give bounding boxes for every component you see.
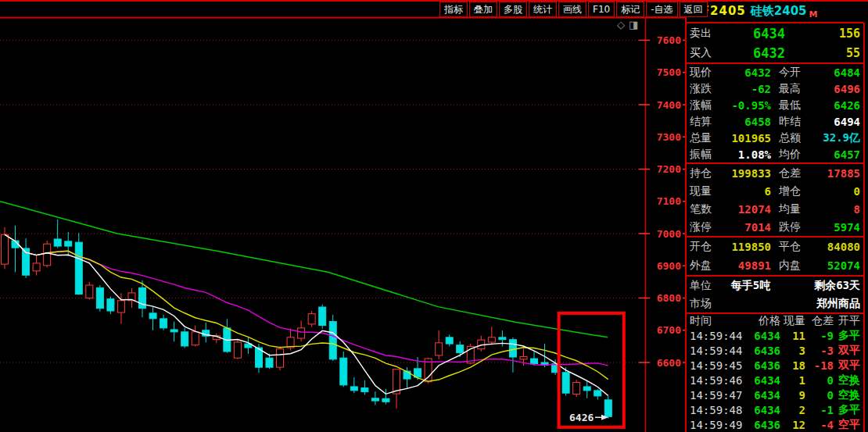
candle: [604, 396, 612, 419]
stat-label: 涨幅: [690, 98, 726, 112]
stat-value: 119850: [726, 241, 771, 253]
candle: [23, 238, 30, 278]
stat-value: 1.08%: [726, 148, 771, 161]
stat-value: 6484: [815, 66, 860, 79]
bid-ask-block: 卖出6434156买入643255: [687, 23, 863, 64]
ma5-line: [5, 234, 608, 395]
candle: [266, 354, 273, 369]
quote-row: 振幅1.08%均价6457: [687, 146, 863, 164]
candle: [75, 233, 82, 295]
toolbar-button-画线[interactable]: 画线: [558, 2, 586, 17]
stat-value: -0.95%: [726, 99, 771, 112]
quote-row: 结算6458昨结6494: [687, 113, 863, 130]
tick-row: 14:59:45643618-18双平: [687, 358, 863, 373]
tick-time: 14:59:48: [690, 404, 748, 416]
candle: [594, 389, 601, 399]
stat-label: 今开: [779, 66, 815, 80]
tick-time: 14:59:44: [690, 345, 748, 357]
tick-price: 6434: [748, 389, 780, 402]
candle: [192, 326, 199, 347]
toolbar-button-统计[interactable]: 统计: [529, 2, 557, 17]
quote-row: 涨幅-0.95%最低6426: [687, 97, 863, 113]
tick-flag: 空换: [834, 388, 860, 402]
stat-value: 101965: [726, 132, 771, 145]
tick-chg: -18: [805, 359, 834, 372]
candle: [488, 327, 495, 345]
diamond-icon[interactable]: ◇: [617, 19, 625, 30]
stat-label: 笔数: [690, 202, 726, 216]
toolbar-button-叠加[interactable]: 叠加: [469, 2, 497, 17]
candle: [12, 226, 19, 273]
tick-vol: 18: [780, 359, 805, 372]
tick-chg: -4: [805, 419, 834, 431]
toolbar-button-F10[interactable]: F10: [588, 2, 615, 17]
candle: [583, 381, 590, 398]
stat-label: 均价: [779, 148, 815, 162]
ask-row-label: 卖出: [690, 27, 726, 41]
split-page-icon[interactable]: ◨: [629, 19, 638, 30]
highlight-box: [559, 313, 624, 427]
stat-value: 剩余63天: [814, 279, 860, 293]
symbol-name: 硅铁2405: [751, 4, 807, 19]
tick-flag: 空平: [834, 418, 860, 432]
toolbar-button-标记[interactable]: 标记: [616, 2, 644, 17]
tick-vol: 3: [780, 345, 805, 357]
candle: [170, 322, 178, 342]
candle: [573, 380, 580, 397]
stat-value: 6426: [815, 99, 860, 112]
low-price-annotation: 6426: [569, 412, 608, 423]
chart-toolbar: 指标叠加多股统计画线F10标记-自选返回: [439, 2, 708, 17]
toolbar-button-多股[interactable]: 多股: [499, 2, 527, 17]
candle: [203, 323, 210, 343]
candle: [44, 241, 51, 267]
price-axis-label: 6800: [657, 292, 681, 304]
ask-row: 卖出6434156: [687, 23, 863, 43]
quote-row: 市场郑州商品: [687, 295, 863, 314]
price-axis-label: 7300: [657, 131, 681, 143]
stat-label: 外盘: [690, 259, 726, 273]
candle: [2, 227, 9, 270]
ma10-line: [5, 234, 608, 381]
toolbar-button-自选[interactable]: -自选: [646, 2, 677, 17]
tick-row: 14:59:4464363-3双平: [687, 343, 863, 358]
futures-trading-terminal: 7600750074007300720071007000690068006700…: [0, 0, 868, 432]
quote-row: 现量6增仓0: [687, 182, 863, 200]
stat-value: 每手5吨: [726, 279, 770, 293]
top-border-line: [0, 0, 868, 2]
toolbar-button-返回[interactable]: 返回: [680, 2, 708, 17]
stat-value: 17885: [815, 167, 860, 180]
candle: [436, 330, 443, 359]
tick-header: 现量: [780, 314, 805, 328]
candle: [128, 288, 135, 308]
stat-value: 12074: [726, 203, 771, 216]
tick-row: 14:59:49643612-4空平: [687, 417, 863, 432]
ask-row-price: 6434: [726, 26, 785, 41]
stat-label: 总量: [690, 131, 726, 145]
candle: [277, 346, 284, 370]
candle: [531, 352, 538, 366]
price-axis-label: 6900: [657, 260, 681, 272]
candle: [160, 315, 167, 330]
quote-row: 总量101965总额32.9亿: [687, 130, 863, 146]
stat-label: 昨结: [779, 115, 815, 129]
tick-row: 14:59:4864342-1多平: [687, 402, 863, 417]
bid-row-price: 6432: [726, 45, 785, 61]
stat-value: 8: [815, 203, 860, 216]
tick-chg: -9: [805, 330, 834, 342]
stat-label: 结算: [690, 115, 726, 129]
tick-price: 6436: [748, 345, 780, 357]
tick-price: 6434: [748, 330, 780, 342]
tick-vol: 11: [780, 330, 805, 342]
period-badge: M: [809, 9, 818, 20]
toolbar-button-指标[interactable]: 指标: [439, 2, 468, 17]
annotation-text: 6426: [569, 412, 594, 423]
tick-time: 14:59:49: [690, 419, 748, 431]
candle: [234, 340, 241, 359]
tick-time: 14:59:44: [690, 330, 748, 342]
stat-value: 6432: [726, 66, 771, 79]
tick-time: 14:59:45: [690, 359, 748, 372]
quote-row: 外盘49891内盘52074: [687, 256, 863, 277]
tick-chg: -3: [805, 345, 834, 357]
stat-label: 最高: [779, 82, 815, 96]
candle: [224, 319, 231, 352]
